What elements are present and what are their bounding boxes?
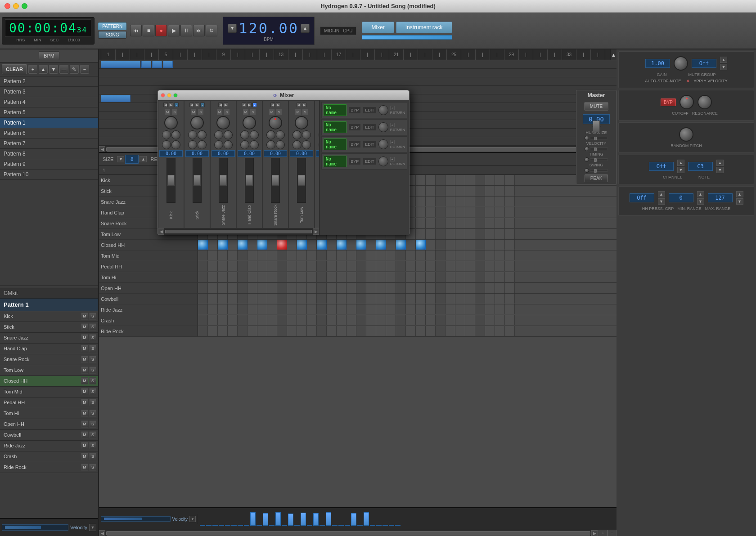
velocity-bar[interactable] — [206, 525, 212, 526]
drum-cell[interactable] — [436, 326, 446, 336]
drum-cell[interactable] — [376, 272, 386, 282]
drum-cell[interactable] — [346, 315, 356, 325]
drum-cell[interactable] — [416, 283, 426, 293]
drum-cell[interactable] — [307, 294, 317, 304]
drum-cell[interactable] — [267, 272, 277, 282]
drum-cell[interactable] — [337, 261, 346, 271]
ch-send4-stick[interactable] — [198, 140, 207, 149]
send-byp-2[interactable]: BYP — [348, 124, 361, 131]
instrument-row-tommid[interactable]: Tom Mid M S — [0, 387, 98, 398]
drum-cell[interactable] — [465, 315, 475, 325]
drum-cell[interactable] — [485, 240, 495, 250]
drum-cell[interactable] — [396, 250, 406, 260]
drum-cell[interactable] — [485, 218, 495, 228]
drum-cell[interactable] — [317, 294, 327, 304]
drum-cell[interactable] — [426, 175, 436, 185]
drum-cell[interactable] — [475, 294, 485, 304]
drum-cell[interactable] — [366, 304, 376, 314]
drum-cell[interactable] — [465, 261, 475, 271]
drum-cell[interactable] — [257, 304, 267, 314]
drum-cell[interactable] — [505, 304, 515, 314]
velocity-drop-btn[interactable]: ▼ — [189, 516, 196, 522]
drum-cell[interactable] — [287, 250, 297, 260]
instrument-rack-button[interactable]: Instrument rack — [396, 22, 452, 33]
drum-cell[interactable] — [505, 315, 515, 325]
drum-cell[interactable] — [218, 304, 228, 314]
mute-btn-stick[interactable]: M — [81, 323, 88, 331]
drum-cell[interactable] — [277, 261, 287, 271]
drum-cell[interactable] — [465, 175, 475, 185]
drum-cell[interactable] — [475, 240, 485, 250]
drum-cell[interactable] — [198, 283, 208, 293]
pattern-item[interactable]: Pattern 5 — [0, 107, 98, 118]
bpm-small-button[interactable]: BPM — [39, 51, 59, 60]
drum-cell[interactable] — [455, 272, 465, 282]
velocity-bar[interactable] — [219, 525, 224, 526]
instrument-row-stick[interactable]: Stick M S — [0, 322, 98, 333]
drum-cell[interactable] — [356, 272, 366, 282]
move-down-button[interactable]: ▼ — [49, 65, 58, 74]
drum-cell[interactable] — [208, 294, 218, 304]
drum-cell[interactable] — [238, 250, 248, 260]
drum-cell[interactable] — [505, 326, 515, 336]
cutoff-knob[interactable] — [680, 95, 694, 109]
drum-cell[interactable] — [228, 304, 238, 314]
add-pattern-button[interactable]: + — [28, 65, 37, 74]
drum-cell[interactable] — [277, 294, 287, 304]
drum-cell[interactable] — [485, 261, 495, 271]
drum-cell[interactable] — [327, 315, 337, 325]
min-range-down-btn[interactable]: ▼ — [697, 198, 704, 205]
drum-cell[interactable] — [208, 315, 218, 325]
solo-btn-handclap[interactable]: S — [89, 345, 96, 352]
timing-slider[interactable] — [590, 158, 608, 161]
drum-cell[interactable] — [267, 240, 277, 250]
drum-cell[interactable] — [376, 283, 386, 293]
drum-cell[interactable] — [485, 294, 495, 304]
drum-cell[interactable] — [287, 283, 297, 293]
drum-cell[interactable] — [475, 304, 485, 314]
drum-cell[interactable] — [495, 207, 505, 217]
drum-cell[interactable] — [446, 175, 455, 185]
drum-cell[interactable] — [198, 326, 208, 336]
drum-cell[interactable] — [198, 304, 208, 314]
drum-cell[interactable] — [317, 283, 327, 293]
drum-cell[interactable] — [346, 326, 356, 336]
drum-cell[interactable] — [455, 207, 465, 217]
drum-cell[interactable] — [356, 315, 366, 325]
size-down-btn[interactable]: ▼ — [117, 156, 124, 162]
gain-knob[interactable] — [674, 56, 688, 71]
ch-fader-tl[interactable] — [298, 175, 305, 186]
drum-cell[interactable] — [267, 294, 277, 304]
drum-cell[interactable] — [228, 315, 238, 325]
velocity-bar[interactable] — [332, 525, 338, 526]
drum-cell[interactable] — [307, 283, 317, 293]
drum-cell[interactable] — [366, 240, 376, 250]
drum-cell[interactable] — [426, 197, 436, 206]
timing-knob-slider[interactable] — [585, 157, 589, 162]
drum-cell[interactable] — [307, 250, 317, 260]
drum-cell[interactable] — [416, 218, 426, 228]
velocity-bar[interactable] — [370, 525, 375, 526]
drum-cell[interactable] — [446, 272, 455, 282]
drum-cell[interactable] — [505, 272, 515, 282]
forward-button[interactable]: ⏭ — [193, 25, 205, 36]
drum-cell[interactable] — [396, 283, 406, 293]
scroll-left-btn[interactable]: ◀ — [99, 146, 105, 152]
drum-cell[interactable] — [337, 294, 346, 304]
drum-cell[interactable] — [436, 218, 446, 228]
drum-cell[interactable] — [297, 250, 307, 260]
drum-cell[interactable] — [248, 240, 257, 250]
send-byp-4[interactable]: BYP — [348, 158, 361, 165]
song-block[interactable] — [141, 61, 151, 68]
drum-cell[interactable] — [426, 229, 436, 239]
drum-cell[interactable] — [396, 240, 406, 250]
drum-cell[interactable] — [485, 197, 495, 206]
drum-cell[interactable] — [396, 304, 406, 314]
velocity-bar[interactable] — [288, 514, 293, 526]
drum-cell[interactable] — [396, 326, 406, 336]
instrument-row-cowbell[interactable]: Cowbell M S — [0, 430, 98, 441]
drum-cell[interactable] — [297, 326, 307, 336]
drum-cell[interactable] — [455, 250, 465, 260]
drum-cell[interactable] — [416, 229, 426, 239]
drum-cell[interactable] — [485, 175, 495, 185]
